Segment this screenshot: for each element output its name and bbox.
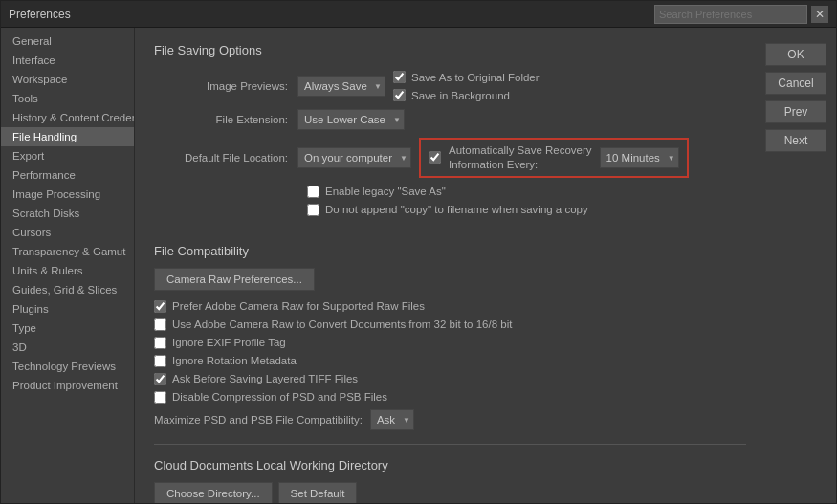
prev-button[interactable]: Prev <box>765 100 826 123</box>
close-button[interactable]: ✕ <box>811 6 828 23</box>
file-extension-label: File Extension: <box>154 114 297 125</box>
side-buttons: OK Cancel Prev Next <box>765 28 836 503</box>
maximize-select-wrapper: Ask <box>370 409 414 430</box>
sidebar-item-guides[interactable]: Guides, Grid & Slices <box>1 280 134 299</box>
legacy-save-row: Enable legacy "Save As" <box>307 186 746 198</box>
file-compat-title: File Compatibility <box>154 244 746 258</box>
dialog-title: Preferences <box>9 8 71 21</box>
no-copy-row: Do not append "copy" to filename when sa… <box>307 204 746 216</box>
enable-legacy-label: Enable legacy "Save As" <box>325 186 446 197</box>
enable-legacy-checkbox[interactable] <box>307 186 319 198</box>
auto-save-interval-select[interactable]: 10 Minutes <box>600 147 679 168</box>
prefer-camera-raw-checkbox[interactable] <box>154 300 166 313</box>
auto-save-interval-wrapper: 10 Minutes <box>600 147 679 168</box>
no-copy-label: Do not append "copy" to filename when sa… <box>325 204 588 215</box>
sidebar-item-performance[interactable]: Performance <box>1 165 134 185</box>
image-previews-select[interactable]: Always Save <box>297 76 385 97</box>
ignore-exif-label: Ignore EXIF Profile Tag <box>172 337 286 348</box>
sidebar-item-techpreviews[interactable]: Technology Previews <box>1 357 134 376</box>
image-previews-label: Image Previews: <box>154 80 297 92</box>
preferences-dialog: Preferences ✕ General Interface Workspac… <box>0 0 837 504</box>
section-divider-2 <box>154 444 746 445</box>
dialog-body: General Interface Workspace Tools Histor… <box>1 28 836 503</box>
no-copy-append-row: Do not append "copy" to filename when sa… <box>307 204 746 216</box>
file-saving-title: File Saving Options <box>154 43 746 57</box>
file-extension-row: File Extension: Use Lower Case <box>154 109 746 130</box>
ignore-exif-checkbox[interactable] <box>154 337 166 349</box>
ignore-rotation-row: Ignore Rotation Metadata <box>154 355 746 367</box>
file-extension-select-wrapper: Use Lower Case <box>297 109 405 130</box>
use-camera-raw-checkbox[interactable] <box>154 318 166 331</box>
sidebar-item-plugins[interactable]: Plugins <box>1 299 134 318</box>
use-camera-raw-row: Use Adobe Camera Raw to Convert Document… <box>154 318 746 331</box>
disable-compression-label: Disable Compression of PSD and PSB Files <box>172 391 387 403</box>
image-previews-control: Always Save Save As to Original Folder S… <box>297 71 746 101</box>
save-options-checkboxes: Save As to Original Folder Save in Backg… <box>393 71 540 101</box>
sidebar-item-units[interactable]: Units & Rulers <box>1 261 134 280</box>
default-file-select[interactable]: On your computer <box>297 147 411 168</box>
ignore-rotation-label: Ignore Rotation Metadata <box>172 355 297 366</box>
next-button[interactable]: Next <box>765 129 826 152</box>
sidebar-item-workspace[interactable]: Workspace <box>1 70 134 89</box>
no-copy-checkbox[interactable] <box>307 204 319 216</box>
maximize-row: Maximize PSD and PSB File Compatibility:… <box>154 409 746 430</box>
sidebar-item-interface[interactable]: Interface <box>1 51 134 70</box>
cloud-dir-title: Cloud Documents Local Working Directory <box>154 458 746 472</box>
sidebar-item-export[interactable]: Export <box>1 146 134 165</box>
default-file-control: On your computer Automatically Save Reco… <box>297 138 746 178</box>
default-file-label: Default File Location: <box>154 152 297 164</box>
default-file-row: Default File Location: On your computer … <box>154 138 746 178</box>
save-as-original-label: Save As to Original Folder <box>411 72 540 83</box>
image-previews-select-wrapper: Always Save <box>297 76 385 97</box>
auto-save-line2: Information Every: <box>449 158 592 172</box>
main-content: File Saving Options Image Previews: Alwa… <box>135 28 765 503</box>
ask-layered-label: Ask Before Saving Layered TIFF Files <box>172 373 358 384</box>
disable-compression-checkbox[interactable] <box>154 391 166 404</box>
file-extension-control: Use Lower Case <box>297 109 746 130</box>
sidebar-item-history[interactable]: History & Content Credentials <box>1 108 134 127</box>
sidebar-item-cursors[interactable]: Cursors <box>1 223 134 242</box>
default-file-select-wrapper: On your computer <box>297 147 411 168</box>
prefer-camera-raw-label: Prefer Adobe Camera Raw for Supported Ra… <box>172 300 425 312</box>
auto-save-checkbox[interactable] <box>429 151 441 164</box>
set-default-btn[interactable]: Set Default <box>278 482 358 503</box>
sidebar-item-type[interactable]: Type <box>1 318 134 338</box>
ask-layered-row: Ask Before Saving Layered TIFF Files <box>154 373 746 385</box>
auto-save-box: Automatically Save Recovery Information … <box>419 138 689 178</box>
search-input[interactable] <box>654 5 807 24</box>
sidebar-item-transparency[interactable]: Transparency & Gamut <box>1 242 134 261</box>
ignore-rotation-checkbox[interactable] <box>154 355 166 367</box>
sidebar-item-general[interactable]: General <box>1 32 134 51</box>
sidebar-item-imageprocessing[interactable]: Image Processing <box>1 185 134 204</box>
title-bar: Preferences ✕ <box>1 1 836 28</box>
choose-directory-btn[interactable]: Choose Directory... <box>154 482 273 503</box>
ask-layered-checkbox[interactable] <box>154 373 166 385</box>
sidebar-item-3d[interactable]: 3D <box>1 338 134 357</box>
sidebar-item-filehandling[interactable]: File Handling <box>1 127 134 146</box>
save-as-original-checkbox[interactable] <box>393 71 406 83</box>
ok-button[interactable]: OK <box>765 43 826 66</box>
save-as-original-row: Save As to Original Folder <box>393 71 540 83</box>
cancel-button[interactable]: Cancel <box>765 72 826 95</box>
auto-save-line1: Automatically Save Recovery <box>449 143 592 158</box>
sidebar: General Interface Workspace Tools Histor… <box>1 28 135 503</box>
maximize-select[interactable]: Ask <box>370 409 414 430</box>
save-in-background-row: Save in Background <box>393 89 540 101</box>
cloud-dir-buttons: Choose Directory... Set Default <box>154 482 746 503</box>
sidebar-item-tools[interactable]: Tools <box>1 89 134 108</box>
sidebar-item-scratchdisks[interactable]: Scratch Disks <box>1 204 134 223</box>
auto-save-label: Automatically Save Recovery Information … <box>449 143 592 172</box>
sidebar-item-product[interactable]: Product Improvement <box>1 376 134 395</box>
enable-legacy-row: Enable legacy "Save As" <box>307 186 746 198</box>
section-divider-1 <box>154 230 746 230</box>
file-extension-select[interactable]: Use Lower Case <box>297 109 405 130</box>
prefer-camera-raw-row: Prefer Adobe Camera Raw for Supported Ra… <box>154 300 746 313</box>
camera-raw-btn[interactable]: Camera Raw Preferences... <box>154 268 315 291</box>
image-previews-row: Image Previews: Always Save Save As to O… <box>154 71 746 101</box>
ignore-exif-row: Ignore EXIF Profile Tag <box>154 337 746 349</box>
search-area: ✕ <box>654 5 828 24</box>
save-in-background-label: Save in Background <box>411 90 510 101</box>
disable-compression-row: Disable Compression of PSD and PSB Files <box>154 391 746 404</box>
save-in-background-checkbox[interactable] <box>393 89 406 101</box>
title-bar-left: Preferences <box>9 8 71 21</box>
